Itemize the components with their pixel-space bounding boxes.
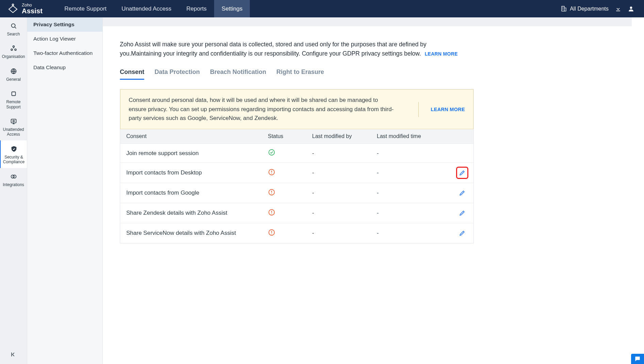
rail-label: Search	[1, 32, 26, 36]
status-cell	[262, 223, 306, 243]
topnav-reports[interactable]: Reports	[179, 0, 214, 17]
rail-general[interactable]: General	[0, 63, 27, 85]
rail-organisation[interactable]: Organisation	[0, 40, 27, 62]
actions-cell	[449, 203, 473, 223]
modified-by: -	[306, 223, 371, 243]
svg-rect-1	[562, 6, 564, 11]
actions-cell	[449, 163, 473, 183]
modified-by: -	[306, 144, 371, 163]
actions-cell	[449, 144, 473, 163]
modified-time: -	[371, 183, 449, 203]
consent-name: Join remote support session	[120, 144, 262, 163]
tab-data-protection[interactable]: Data Protection	[155, 69, 200, 79]
topnav-settings[interactable]: Settings	[214, 0, 250, 17]
tab-right-to-erasure[interactable]: Right to Erasure	[276, 69, 324, 79]
rail-label: General	[1, 77, 26, 82]
rail-label: UnattendedAccess	[1, 127, 26, 137]
topnav: Remote SupportUnattended AccessReportsSe…	[57, 0, 250, 17]
rail-label: Integrations	[1, 182, 26, 187]
rail-icon	[10, 22, 17, 30]
edit-consent-button[interactable]	[457, 168, 467, 178]
rail-icon	[10, 67, 17, 75]
tab-consent[interactable]: Consent	[120, 69, 144, 79]
intro-paragraph: Zoho Assist will make sure your personal…	[120, 40, 467, 58]
collapse-sidebar-button[interactable]	[0, 346, 27, 364]
logo[interactable]: Zoho Assist	[0, 3, 49, 15]
subnav-action-log-viewer[interactable]: Action Log Viewer	[27, 32, 102, 46]
rail-label: Security &Compliance	[2, 155, 26, 165]
rail-label: Organisation	[1, 54, 26, 59]
svg-point-0	[12, 4, 14, 5]
departments-picker[interactable]: All Departments	[560, 5, 609, 12]
consent-name: Import contacts from Google	[120, 183, 262, 203]
modified-by: -	[306, 183, 371, 203]
rail-icon	[10, 118, 17, 125]
user-icon[interactable]	[628, 5, 634, 12]
modified-time: -	[371, 223, 449, 243]
rail-remote-support[interactable]: RemoteSupport	[0, 85, 27, 113]
rail-integrations[interactable]: Integrations	[0, 168, 27, 191]
svg-point-10	[13, 120, 14, 122]
consent-notice: Consent around personal data, how it wil…	[120, 89, 473, 129]
actions-cell	[449, 223, 473, 243]
consent-name: Import contacts from Desktop	[120, 163, 262, 183]
edit-consent-button[interactable]	[457, 208, 467, 218]
modified-time: -	[371, 163, 449, 183]
rail-security-compliance[interactable]: Security &Compliance	[0, 140, 27, 168]
rail-search[interactable]: Search	[0, 17, 27, 40]
rail-unattended-access[interactable]: UnattendedAccess	[0, 113, 27, 140]
svg-point-13	[269, 150, 275, 155]
download-icon[interactable]	[615, 5, 622, 12]
svg-point-2	[630, 6, 632, 9]
status-cell	[262, 144, 306, 163]
subnav-data-cleanup[interactable]: Data Cleanup	[27, 60, 102, 75]
rail-icon	[10, 145, 18, 153]
svg-point-3	[11, 24, 15, 28]
svg-point-15	[271, 173, 272, 174]
status-cell	[262, 183, 306, 203]
table-row: Import contacts from Google--	[120, 183, 473, 203]
brand-top: Zoho	[22, 3, 43, 7]
svg-point-21	[271, 233, 272, 234]
checkmark-circle-icon	[268, 151, 275, 157]
topbar: Zoho Assist Remote SupportUnattended Acc…	[0, 0, 644, 17]
content: Zoho Assist will make sure your personal…	[103, 26, 632, 364]
modified-by: -	[306, 203, 371, 223]
consent-name: Share Zendesk details with Zoho Assist	[120, 203, 262, 223]
table-row: Join remote support session--	[120, 144, 473, 163]
topbar-right: All Departments	[560, 5, 644, 12]
consent-name: Share ServiceNow details with Zoho Assis…	[120, 223, 262, 243]
table-row: Import contacts from Desktop--	[120, 163, 473, 183]
brand-main: Assist	[22, 7, 43, 15]
topnav-unattended-access[interactable]: Unattended Access	[114, 0, 179, 17]
subnav-two-factor-authentication[interactable]: Two-factor Authentication	[27, 46, 102, 60]
rail-icon	[10, 173, 17, 180]
consent-table: Consent Status Last modified by Last mod…	[120, 129, 473, 243]
status-cell	[262, 163, 306, 183]
svg-point-17	[271, 193, 272, 194]
col-consent: Consent	[120, 129, 262, 144]
rail-icon	[10, 90, 17, 97]
col-actions	[449, 129, 473, 144]
col-modified-by: Last modified by	[306, 129, 371, 144]
chat-fab[interactable]	[631, 354, 644, 364]
topnav-remote-support[interactable]: Remote Support	[57, 0, 114, 17]
svg-point-4	[13, 46, 14, 48]
intro-learn-more-link[interactable]: LEARN MORE	[425, 51, 458, 57]
tab-breach-notification[interactable]: Breach Notification	[210, 69, 266, 79]
col-modified-time: Last modified time	[371, 129, 449, 144]
edit-consent-button[interactable]	[457, 188, 467, 198]
rail-icon	[10, 45, 17, 52]
intro-text: Zoho Assist will make sure your personal…	[120, 41, 426, 57]
table-row: Share Zendesk details with Zoho Assist--	[120, 203, 473, 223]
consent-notice-text: Consent around personal data, how it wil…	[129, 96, 394, 123]
consent-learn-more-link[interactable]: LEARN MORE	[418, 102, 465, 117]
svg-point-19	[271, 213, 272, 214]
table-row: Share ServiceNow details with Zoho Assis…	[120, 223, 473, 243]
subnav-privacy-settings[interactable]: Privacy Settings	[27, 17, 102, 32]
col-status: Status	[262, 129, 306, 144]
consent-panel: Consent around personal data, how it wil…	[120, 89, 474, 243]
modified-time: -	[371, 203, 449, 223]
zoho-assist-logo-icon	[7, 3, 18, 14]
edit-consent-button[interactable]	[457, 228, 467, 238]
